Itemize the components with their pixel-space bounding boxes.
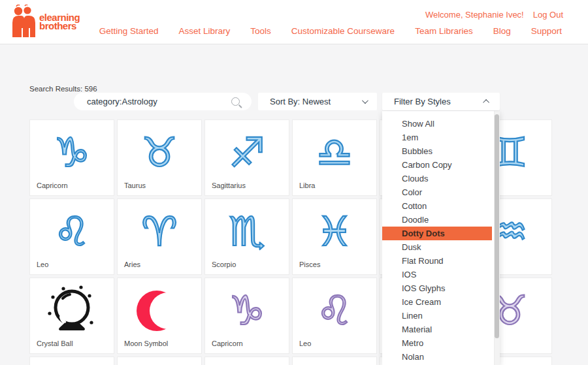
icon-card-label: Crystal Ball [37, 340, 73, 347]
leo-symbol-icon: ♌ [54, 212, 90, 252]
filter-option-ios-glyphs[interactable]: IOS Glyphs [382, 281, 492, 295]
filter-option-cotton[interactable]: Cotton [382, 199, 492, 213]
filter-styles-menu: Show All1emBubblesCarbon CopyCloudsColor… [382, 111, 500, 365]
logout-link[interactable]: Log Out [533, 10, 563, 20]
icon-card-label: Taurus [124, 182, 146, 189]
logo-line2: brothers [39, 22, 80, 30]
nav-link-asset-library[interactable]: Asset Library [179, 26, 231, 36]
search-results-count: Search Results: 596 [29, 85, 97, 93]
filter-styles-list: Show All1emBubblesCarbon CopyCloudsColor… [382, 111, 500, 364]
filter-option-show-all[interactable]: Show All [382, 117, 492, 131]
chevron-up-icon [483, 99, 489, 106]
filter-option-metro[interactable]: Metro [382, 336, 492, 350]
icon-card-label: Leo [299, 340, 311, 347]
taurus-symbol-icon: ♉ [141, 133, 178, 173]
main-nav: Getting StartedAsset LibraryToolsCustomi… [99, 26, 562, 36]
icon-card-crystal-ball[interactable]: Crystal Ball [29, 278, 114, 354]
filter-by-styles-dropdown[interactable]: Filter By Styles [382, 93, 500, 110]
icon-card-artwork [293, 357, 376, 365]
sort-by-dropdown[interactable]: Sort By: Newest [258, 93, 377, 110]
nav-link-support[interactable]: Support [531, 26, 562, 36]
scorpio-symbol-icon: ♏ [229, 212, 265, 252]
filter-option-dotty-dots[interactable]: Dotty Dots [382, 227, 492, 240]
search-input[interactable] [74, 97, 231, 106]
icon-card-sagittarius[interactable]: ♐Sagittarius [204, 119, 289, 196]
icon-card-artwork [118, 357, 201, 365]
filter-option-bubbles[interactable]: Bubbles [382, 144, 492, 158]
logo-wordmark: elearning brothers [39, 13, 80, 30]
icon-card-artwork [205, 357, 289, 365]
icon-card-label: Libra [299, 182, 315, 189]
icon-card-label: Capricorn [37, 182, 68, 189]
libra-symbol-icon: ♎ [316, 133, 353, 173]
icon-card-leo[interactable]: ♌Leo [29, 198, 114, 275]
filter-option-flat-round[interactable]: Flat Round [382, 254, 492, 268]
nav-link-getting-started[interactable]: Getting Started [99, 26, 159, 36]
filter-option-nolan[interactable]: Nolan [382, 350, 492, 364]
icon-card-label: Sagittarius [212, 182, 246, 189]
icon-card-label: Pisces [299, 261, 320, 268]
filter-by-styles-label: Filter By Styles [394, 97, 451, 106]
filter-option-dusk[interactable]: Dusk [382, 240, 492, 254]
capricorn-symbol-icon: ♑ [229, 291, 265, 331]
search-icon[interactable] [231, 97, 240, 106]
welcome-text: Welcome, Stephanie Ivec! [425, 10, 524, 20]
icon-card-capricorn[interactable]: ♑Capricorn [204, 278, 289, 354]
filter-option-clouds[interactable]: Clouds [382, 172, 492, 185]
filter-option-ios[interactable]: IOS [382, 268, 492, 281]
nav-link-team-libraries[interactable]: Team Libraries [415, 26, 473, 36]
pisces-symbol-icon: ♓ [316, 212, 353, 252]
sort-by-label: Sort By: Newest [270, 97, 331, 106]
top-navigation-bar: elearning brothers Welcome, Stephanie Iv… [0, 0, 588, 44]
icon-card-libra[interactable]: ♎Libra [292, 119, 377, 196]
filter-option-doodle[interactable]: Doodle [382, 213, 492, 227]
filter-option-color[interactable]: Color [382, 185, 492, 199]
filter-option-ice-cream[interactable]: Ice Cream [382, 295, 492, 309]
icon-card[interactable] [292, 357, 377, 365]
filter-option-1em[interactable]: 1em [382, 131, 492, 144]
icon-card-taurus[interactable]: ♉Taurus [117, 119, 202, 196]
filter-option-carbon-copy[interactable]: Carbon Copy [382, 158, 492, 172]
capricorn-symbol-icon: ♑ [54, 133, 90, 173]
search-results-number: 596 [84, 85, 97, 93]
icon-card-leo[interactable]: ♌Leo [292, 278, 377, 354]
dropdown-scrollbar-track[interactable] [494, 111, 500, 365]
crescent-moon-icon [134, 285, 185, 336]
search-results-label: Search Results: [29, 85, 82, 93]
icon-card[interactable] [117, 357, 202, 365]
nav-link-blog[interactable]: Blog [493, 26, 511, 36]
icon-card[interactable] [29, 357, 114, 365]
nav-link-tools[interactable]: Tools [250, 26, 271, 36]
elearning-brothers-logo[interactable]: elearning brothers [9, 5, 80, 39]
icon-card-aries[interactable]: ♈Aries [117, 198, 202, 275]
search-bar [74, 93, 252, 110]
icon-card-capricorn[interactable]: ♑Capricorn [29, 119, 114, 196]
icon-card[interactable] [204, 357, 289, 365]
filter-option-linen[interactable]: Linen [382, 309, 492, 323]
leo-symbol-icon: ♌ [316, 291, 353, 331]
logo-figures-icon [9, 5, 37, 39]
icon-card-scorpio[interactable]: ♏Scorpio [204, 198, 289, 275]
crystal-ball-icon [44, 283, 99, 338]
chevron-down-icon [362, 97, 368, 104]
icon-card-label: Scorpio [212, 261, 236, 268]
nav-link-customizable-courseware[interactable]: Customizable Courseware [291, 26, 395, 36]
icon-card-pisces[interactable]: ♓Pisces [292, 198, 377, 275]
aries-symbol-icon: ♈ [141, 212, 178, 252]
icon-card-label: Aries [124, 261, 140, 268]
icon-card-moon-symbol[interactable]: Moon Symbol [117, 278, 202, 354]
icon-card-label: Leo [37, 261, 48, 268]
icon-card-artwork [30, 357, 114, 365]
filter-option-material[interactable]: Material [382, 323, 492, 336]
icon-card-label: Capricorn [212, 340, 243, 347]
dropdown-scrollbar-thumb[interactable] [495, 114, 499, 338]
sagittarius-symbol-icon: ♐ [229, 133, 265, 173]
icon-card-label: Moon Symbol [124, 340, 168, 347]
